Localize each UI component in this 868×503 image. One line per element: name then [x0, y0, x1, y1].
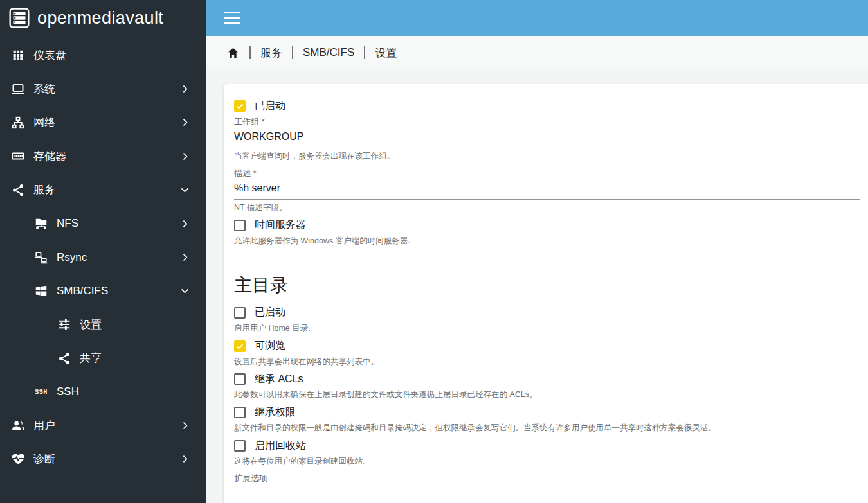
sidebar-item-storage[interactable]: 存储器 — [0, 139, 206, 173]
inherit-permissions-checkbox[interactable] — [234, 407, 246, 418]
main-area: 服务 SMB/CIFS 设置 已启动 工作组 * 当客户端查询时， — [206, 0, 868, 503]
description-hint: NT 描述字段。 — [234, 202, 860, 213]
ssh-icon: SSH — [33, 384, 49, 400]
description-input[interactable] — [234, 181, 860, 200]
windows-icon — [33, 283, 49, 299]
inherit-permissions-row: 继承权限 — [234, 406, 860, 419]
workgroup-input[interactable] — [234, 129, 860, 148]
sidebar-item-label: SSH — [57, 385, 79, 398]
time-server-hint: 允许此服务器作为 Windows 客户端的时间服务器. — [234, 236, 860, 247]
chevron-right-icon — [179, 454, 190, 464]
sidebar-item-label: Rsync — [57, 251, 87, 264]
chevron-right-icon — [179, 151, 190, 162]
sidebar-item-diagnostics[interactable]: 诊断 — [0, 443, 206, 476]
sidebar: openmediavault 仪表盘 系统 网络 — [0, 0, 206, 503]
recycle-bin-hint: 这将在每位用户的家目录创建回收站。 — [234, 456, 860, 467]
sidebar-item-label: 诊断 — [33, 452, 55, 466]
laptop-icon — [10, 82, 26, 97]
share-icon — [57, 351, 72, 366]
topbar — [206, 0, 868, 36]
sidebar-item-label: 服务 — [33, 182, 55, 197]
description-field: 描述 * NT 描述字段。 — [234, 168, 860, 213]
share-icon — [10, 182, 26, 198]
inherit-acls-label[interactable]: 继承 ACLs — [255, 373, 303, 386]
chevron-right-icon — [179, 117, 190, 128]
smb-settings-card: 已启动 工作组 * 当客户端查询时，服务器会出现在该工作组。 描述 * NT 描… — [224, 84, 868, 503]
home-directories-title: 主目录 — [234, 274, 860, 296]
dashboard-grid-icon — [10, 48, 26, 63]
sidebar-item-label: 网络 — [33, 115, 55, 130]
folder-network-icon — [33, 216, 49, 231]
sidebar-item-rsync[interactable]: Rsync — [0, 240, 206, 274]
breadcrumb: 服务 SMB/CIFS 设置 — [206, 36, 868, 69]
home-enabled-checkbox[interactable] — [234, 307, 246, 319]
home-icon[interactable] — [226, 46, 240, 60]
browseable-row: 可浏览 — [234, 340, 860, 353]
tune-icon — [57, 317, 72, 332]
sidebar-item-label: SMB/CIFS — [57, 285, 108, 297]
section-divider — [234, 261, 860, 261]
recycle-bin-row: 启用回收站 — [234, 439, 860, 452]
extended-options-label: 扩展选项 — [234, 473, 860, 484]
inherit-acls-hint: 此参数可以用来确保在上层目录创建的文件或文件夹遵循上层目录已经存在的 ACLs。 — [234, 389, 860, 400]
inherit-acls-row: 继承 ACLs — [234, 373, 860, 385]
sidebar-item-services[interactable]: 服务 — [0, 173, 206, 207]
breadcrumb-separator — [364, 46, 365, 59]
sidebar-item-system[interactable]: 系统 — [0, 72, 206, 105]
storage-icon — [10, 148, 26, 164]
sync-computers-icon — [33, 250, 49, 265]
breadcrumb-item-smb-cifs[interactable]: SMB/CIFS — [303, 46, 354, 59]
enabled-label[interactable]: 已启动 — [255, 100, 285, 113]
browseable-hint: 设置后共享会出现在网络的共享列表中。 — [234, 357, 860, 367]
home-enabled-row: 已启动 — [234, 306, 860, 319]
app-logo[interactable]: openmediavault — [0, 0, 206, 36]
sidebar-item-smb-shares[interactable]: 共享 — [0, 342, 206, 375]
app-title: openmediavault — [37, 8, 163, 28]
sidebar-item-label: NFS — [57, 217, 78, 230]
breadcrumb-item-settings[interactable]: 设置 — [375, 46, 397, 60]
chevron-right-icon — [179, 420, 190, 431]
browseable-label[interactable]: 可浏览 — [255, 339, 285, 353]
description-label: 描述 * — [234, 168, 860, 179]
sidebar-item-dashboard[interactable]: 仪表盘 — [0, 39, 206, 72]
recycle-bin-label[interactable]: 启用回收站 — [255, 439, 306, 453]
enabled-row: 已启动 — [234, 100, 860, 112]
time-server-label[interactable]: 时间服务器 — [255, 218, 306, 232]
sidebar-item-smb-cifs[interactable]: SMB/CIFS — [0, 274, 206, 308]
sidebar-item-label: 共享 — [80, 351, 102, 366]
content-area: 已启动 工作组 * 当客户端查询时，服务器会出现在该工作组。 描述 * NT 描… — [206, 69, 868, 503]
browseable-checkbox[interactable] — [234, 340, 246, 352]
home-enabled-hint: 启用用户 Home 目录. — [234, 323, 860, 334]
recycle-bin-checkbox[interactable] — [234, 440, 246, 452]
inherit-permissions-hint: 新文件和目录的权限一般是由创建掩码和目录掩码决定，但权限继承会复写它们。当系统有… — [234, 423, 860, 434]
breadcrumb-separator — [249, 46, 251, 59]
sidebar-item-label: 存储器 — [33, 149, 66, 164]
sidebar-item-label: 系统 — [33, 82, 55, 96]
inherit-permissions-label[interactable]: 继承权限 — [255, 406, 296, 419]
sidebar-item-users[interactable]: 用户 — [0, 409, 206, 442]
network-icon — [10, 115, 26, 130]
inherit-acls-checkbox[interactable] — [234, 373, 246, 385]
menu-toggle-button[interactable] — [224, 12, 240, 24]
home-enabled-label[interactable]: 已启动 — [255, 306, 285, 319]
users-icon — [10, 418, 26, 433]
breadcrumb-item-services[interactable]: 服务 — [260, 46, 282, 60]
chevron-right-icon — [179, 84, 190, 94]
sidebar-item-nfs[interactable]: NFS — [0, 207, 206, 240]
sidebar-item-network[interactable]: 网络 — [0, 106, 206, 139]
enabled-checkbox[interactable] — [234, 100, 246, 112]
sidebar-item-label: 设置 — [80, 317, 102, 332]
sidebar-item-label: 用户 — [33, 418, 55, 433]
workgroup-hint: 当客户端查询时，服务器会出现在该工作组。 — [234, 151, 860, 162]
chevron-right-icon — [179, 252, 190, 263]
sidebar-item-ssh[interactable]: SSH SSH — [0, 375, 206, 409]
chevron-down-icon — [179, 184, 190, 195]
chevron-right-icon — [179, 218, 190, 229]
breadcrumb-separator — [292, 46, 293, 59]
sidebar-item-smb-settings[interactable]: 设置 — [0, 308, 206, 341]
omv-logo-icon — [8, 7, 30, 29]
time-server-checkbox[interactable] — [234, 220, 246, 231]
heart-pulse-icon — [10, 452, 26, 467]
sidebar-item-label: 仪表盘 — [33, 48, 66, 63]
chevron-down-icon — [179, 285, 190, 296]
